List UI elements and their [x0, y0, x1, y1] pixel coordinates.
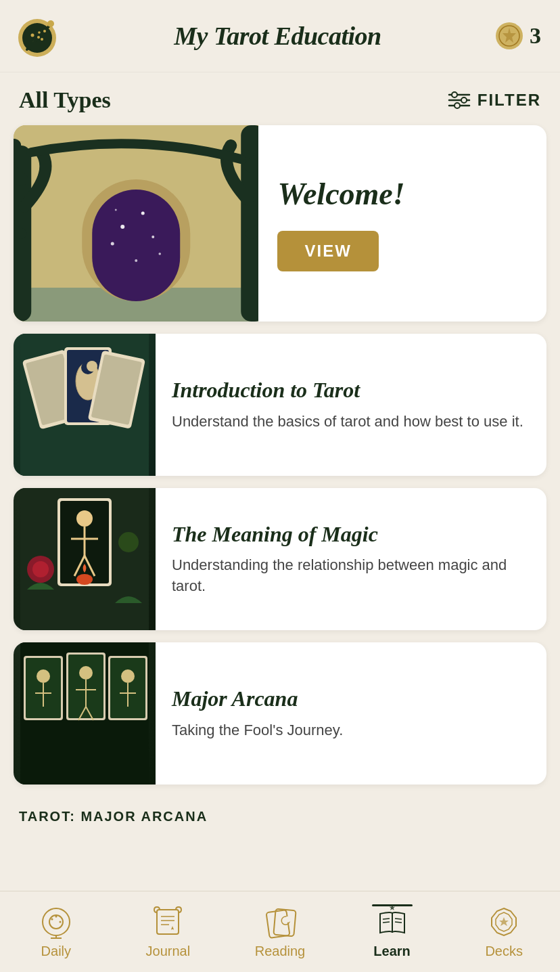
svg-rect-84	[266, 910, 289, 938]
svg-point-25	[151, 236, 154, 238]
course-image-intro	[14, 334, 156, 476]
course-desc-arcana: Taking the Fool's Journey.	[172, 720, 530, 741]
course-text-magic: The Meaning of Magic Understanding the r…	[156, 488, 546, 630]
svg-point-72	[43, 908, 70, 935]
learn-icon	[375, 904, 410, 940]
nav-label-reading: Reading	[255, 944, 306, 959]
filter-label: FILTER	[477, 91, 541, 110]
filter-row: All Types FILTER	[0, 72, 560, 125]
course-card-arcana[interactable]: Major Arcana Taking the Fool's Journey.	[14, 642, 546, 785]
svg-line-88	[383, 919, 390, 919]
filter-icon	[448, 91, 471, 110]
svg-point-27	[135, 259, 137, 262]
svg-point-8	[43, 30, 46, 32]
svg-point-9	[37, 36, 40, 39]
reading-icon	[262, 904, 298, 940]
page-title: My Tarot Education	[174, 21, 381, 51]
svg-point-45	[76, 510, 93, 527]
welcome-image	[14, 125, 258, 322]
svg-point-17	[461, 97, 467, 103]
nav-item-learn[interactable]: Learn	[352, 904, 433, 959]
course-text-arcana: Major Arcana Taking the Fool's Journey.	[156, 642, 546, 785]
svg-point-50	[76, 574, 93, 585]
svg-point-23	[120, 225, 124, 229]
journal-icon	[150, 904, 185, 940]
course-title-arcana: Major Arcana	[172, 686, 530, 711]
svg-line-91	[395, 922, 402, 923]
svg-point-24	[141, 212, 145, 215]
nav-label-journal: Journal	[146, 944, 191, 959]
app-logo[interactable]	[14, 12, 61, 60]
welcome-heading: Welcome!	[277, 176, 404, 212]
daily-icon	[39, 904, 74, 940]
svg-line-89	[383, 922, 390, 923]
svg-point-2	[31, 34, 34, 37]
course-desc-magic: Understanding the relationship between m…	[172, 555, 530, 597]
svg-marker-95	[499, 917, 509, 926]
svg-point-4	[41, 38, 43, 41]
svg-rect-22	[92, 190, 180, 301]
svg-point-76	[51, 919, 53, 921]
nav-item-daily[interactable]: Daily	[16, 904, 97, 959]
svg-point-57	[37, 669, 50, 683]
section-label: TAROT: MAJOR ARCANA	[0, 798, 560, 824]
svg-point-28	[158, 252, 161, 255]
bottom-nav: Daily Journal Reading	[0, 891, 560, 972]
nav-item-decks[interactable]: Decks	[463, 904, 544, 959]
svg-point-62	[79, 666, 93, 680]
header: My Tarot Education 3	[0, 0, 560, 72]
notification-count: 3	[530, 23, 541, 49]
svg-point-52	[32, 561, 49, 577]
svg-point-26	[111, 242, 114, 246]
course-title-magic: The Meaning of Magic	[172, 521, 530, 547]
course-image-arcana	[14, 642, 156, 785]
content-area: Welcome! VIEW	[0, 125, 560, 798]
svg-point-7	[47, 20, 54, 27]
nav-label-decks: Decks	[485, 944, 523, 959]
svg-point-29	[115, 209, 117, 211]
svg-point-77	[59, 921, 61, 923]
svg-point-18	[454, 103, 460, 108]
svg-point-87	[285, 916, 291, 923]
svg-line-90	[395, 919, 402, 919]
svg-point-69	[121, 669, 135, 683]
decks-icon	[486, 904, 521, 940]
nav-label-learn: Learn	[373, 944, 410, 959]
course-text-intro: Introduction to Tarot Understand the bas…	[156, 334, 546, 476]
filter-button[interactable]: FILTER	[448, 91, 541, 110]
svg-point-3	[38, 31, 41, 34]
svg-point-39	[87, 361, 97, 372]
course-card-magic[interactable]: The Meaning of Magic Understanding the r…	[14, 488, 546, 630]
welcome-text-area: Welcome! VIEW	[258, 125, 546, 322]
svg-rect-85	[273, 909, 296, 936]
course-title-intro: Introduction to Tarot	[172, 377, 530, 403]
nav-item-journal[interactable]: Journal	[127, 904, 208, 959]
header-badge[interactable]: 3	[494, 21, 541, 51]
course-desc-intro: Understand the basics of tarot and how b…	[172, 412, 530, 433]
nav-item-reading[interactable]: Reading	[239, 904, 321, 959]
svg-marker-83	[171, 926, 174, 930]
svg-rect-79	[157, 910, 179, 934]
svg-point-16	[452, 92, 457, 97]
view-button[interactable]: VIEW	[277, 231, 378, 271]
svg-point-53	[118, 532, 139, 552]
section-type-label: All Types	[19, 87, 111, 113]
nav-label-daily: Daily	[41, 944, 71, 959]
svg-point-78	[55, 916, 57, 918]
course-image-magic	[14, 488, 156, 630]
welcome-card[interactable]: Welcome! VIEW	[14, 125, 546, 322]
nav-active-indicator	[372, 904, 413, 906]
course-card-intro[interactable]: Introduction to Tarot Understand the bas…	[14, 334, 546, 476]
